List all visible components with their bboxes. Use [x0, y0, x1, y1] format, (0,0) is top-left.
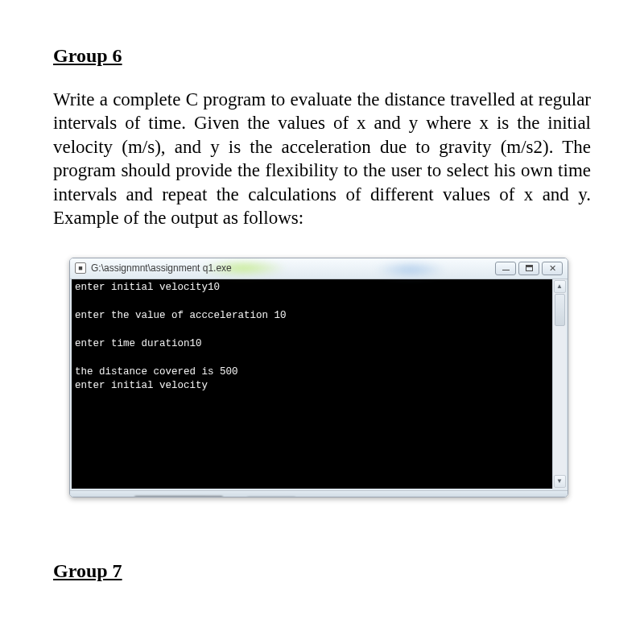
heading-group6: Group 6 [53, 45, 591, 67]
scroll-thumb[interactable] [555, 294, 565, 326]
problem-statement: Write a complete C program to evaluate t… [53, 88, 591, 230]
close-button[interactable]: ✕ [542, 262, 563, 275]
titlebar-highlight [374, 262, 447, 278]
window-bottom-frame [70, 490, 568, 497]
taskbar-shadow-icon [247, 497, 295, 497]
maximize-button[interactable] [518, 262, 539, 275]
vertical-scrollbar[interactable]: ▲ ▼ [552, 279, 566, 489]
app-icon: ■ [75, 262, 86, 274]
taskbar-shadow-icon [134, 496, 223, 497]
console-output: enter initial velocity10 enter the value… [72, 279, 552, 489]
console-client-area: enter initial velocity10 enter the value… [70, 279, 568, 490]
window-controls: ✕ [495, 262, 563, 275]
minimize-button[interactable] [495, 262, 516, 275]
window-title: G:\assignmnt\assignment q1.exe [91, 262, 232, 274]
scroll-down-arrow-icon[interactable]: ▼ [554, 475, 566, 488]
console-window: ■ G:\assignmnt\assignment q1.exe ✕ enter… [69, 258, 568, 497]
window-titlebar: ■ G:\assignmnt\assignment q1.exe ✕ [70, 258, 568, 279]
heading-group7: Group 7 [53, 560, 591, 582]
scroll-track[interactable] [553, 326, 566, 474]
scroll-up-arrow-icon[interactable]: ▲ [554, 280, 566, 293]
